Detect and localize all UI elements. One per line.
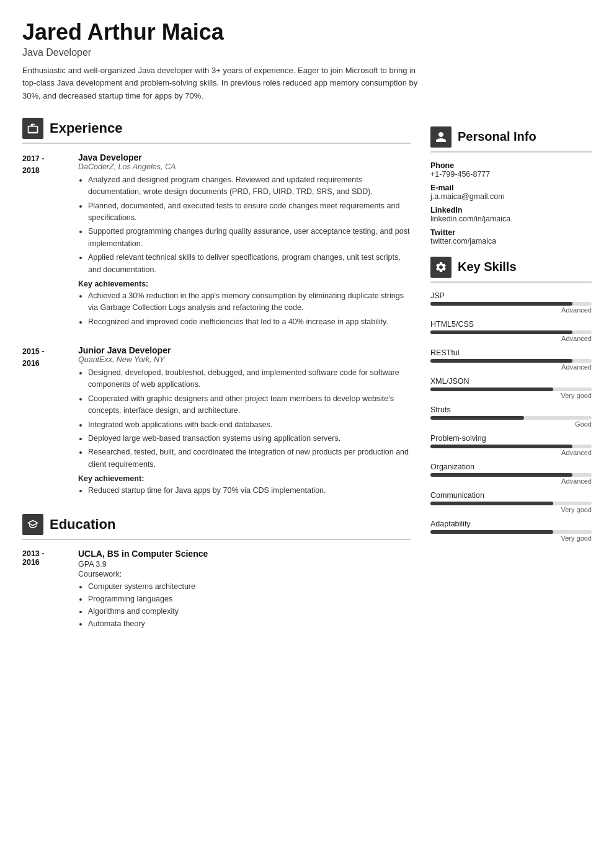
skill-name: Problem-solving [430,434,592,443]
skill-bar-bg [430,502,592,505]
skill-bar-fill [430,502,553,505]
experience-section: Experience 2017 - 2018 Java Developer Da… [22,118,411,501]
skill-level: Advanced [430,449,592,456]
skill-item-0: JSP Advanced [430,291,592,314]
main-content: Experience 2017 - 2018 Java Developer Da… [22,118,592,638]
skill-bar-bg [430,473,592,477]
education-title-row: Education [22,514,411,535]
job-bullets-1: Analyzed and designed program changes. R… [78,174,411,276]
personal-info-heading: Personal Info [458,130,536,144]
skill-name: RESTful [430,348,592,357]
job-date-2: 2015 - 2016 [22,345,78,500]
job-achievements-2: Reduced startup time for Java apps by 70… [78,485,411,497]
skill-bar-fill [430,330,572,334]
right-column: Personal Info Phone +1-799-456-8777 E-ma… [430,118,592,638]
course: Automata theory [88,618,208,630]
bullet: Designed, developed, troubleshot, debugg… [88,367,411,391]
skill-name: XML/JSON [430,377,592,386]
candidate-title: Java Developer [22,47,592,58]
skill-bar-fill [430,445,572,448]
key-achievements-label-2: Key achievement: [78,474,411,483]
skills-title-row: Key Skills [430,257,592,278]
education-icon-box [22,514,43,535]
skill-bar-bg [430,416,592,420]
pi-phone: Phone +1-799-456-8777 [430,161,592,179]
graduation-icon [27,518,39,531]
coursework-label: Coursework: [78,570,208,578]
skill-bar-bg [430,330,592,334]
candidate-summary: Enthusiastic and well-organized Java dev… [22,64,432,103]
skills-list: JSP Advanced HTML5/CSS Advanced RESTful … [430,291,592,542]
education-divider [22,539,411,540]
personal-info-icon-box [430,126,452,148]
skill-name: Adaptability [430,520,592,528]
skill-item-5: Problem-solving Advanced [430,434,592,456]
skill-item-4: Struts Good [430,405,592,428]
skill-bar-bg [430,530,592,534]
job-entry-2: 2015 - 2016 Junior Java Developer QuantE… [22,345,411,500]
skill-level: Very good [430,534,592,542]
header-section: Jared Arthur Maica Java Developer Enthus… [22,20,592,103]
skill-bar-fill [430,473,572,477]
job-content-1: Java Developer DaCoderZ, Los Angeles, CA… [78,153,411,332]
personal-info-title-row: Personal Info [430,126,592,148]
skill-item-8: Adaptability Very good [430,520,592,542]
education-section: Education 2013 - 2016 UCLA, BS in Comput… [22,514,411,630]
bullet: Supported programming changes during qua… [88,226,411,250]
skills-icon [435,261,447,273]
experience-heading: Experience [50,120,122,136]
bullet: Applied relevant technical skills to del… [88,252,411,276]
skill-item-1: HTML5/CSS Advanced [430,320,592,342]
bullet: Integrated web applications with back-en… [88,419,411,431]
edu-date-1: 2013 - 2016 [22,549,78,630]
pi-linkedin: LinkedIn linkedin.com/in/jamaica [430,206,592,223]
experience-title-row: Experience [22,118,411,139]
pi-twitter: Twitter twitter.com/jamaica [430,228,592,246]
job-date-1: 2017 - 2018 [22,153,78,332]
job-content-2: Junior Java Developer QuantExx, New York… [78,345,411,500]
bullet: Analyzed and designed program changes. R… [88,174,411,198]
skill-name: Communication [430,491,592,500]
edu-entry-1: 2013 - 2016 UCLA, BS in Computer Science… [22,549,411,630]
personal-info-section: Personal Info Phone +1-799-456-8777 E-ma… [430,126,592,246]
skill-item-7: Communication Very good [430,491,592,513]
skill-name: Organization [430,463,592,471]
bullet: Planned, documented, and executed tests … [88,200,411,224]
course: Algorithms and complexity [88,605,208,618]
bullet: Researched, tested, built, and coordinat… [88,446,411,471]
skill-item-2: RESTful Advanced [430,348,592,371]
job-achievements-1: Achieved a 30% reduction in the app's me… [78,290,411,328]
skill-level: Advanced [430,306,592,314]
skill-bar-bg [430,302,592,306]
course: Programming languages [88,593,208,605]
skills-section: Key Skills JSP Advanced HTML5/CSS Advanc… [430,257,592,542]
experience-divider [22,143,411,144]
skill-level: Advanced [430,363,592,371]
experience-icon-box [22,118,43,139]
skill-bar-fill [430,359,572,363]
candidate-name: Jared Arthur Maica [22,20,592,45]
skill-level: Very good [430,392,592,399]
skill-level: Very good [430,506,592,513]
skills-icon-box [430,257,452,278]
key-achievements-label-1: Key achievements: [78,280,411,288]
skill-item-3: XML/JSON Very good [430,377,592,399]
course: Computer systems architecture [88,580,208,593]
edu-school: UCLA, BS in Computer Science [78,549,208,559]
skill-level: Advanced [430,477,592,485]
job-company-1: DaCoderZ, Los Angeles, CA [78,162,411,171]
skill-bar-bg [430,359,592,363]
achievement: Achieved a 30% reduction in the app's me… [88,290,411,314]
person-icon [435,131,447,143]
bullet: Cooperated with graphic designers and ot… [88,393,411,417]
skill-bar-bg [430,388,592,391]
skill-bar-bg [430,445,592,448]
personal-info-divider [430,151,592,153]
skills-divider [430,281,592,283]
job-bullets-2: Designed, developed, troubleshot, debugg… [78,367,411,471]
skills-heading: Key Skills [458,260,517,274]
education-heading: Education [50,516,115,533]
skill-bar-fill [430,388,553,391]
pi-email: E-mail j.a.maica@gmail.com [430,184,592,201]
skill-level: Good [430,420,592,428]
